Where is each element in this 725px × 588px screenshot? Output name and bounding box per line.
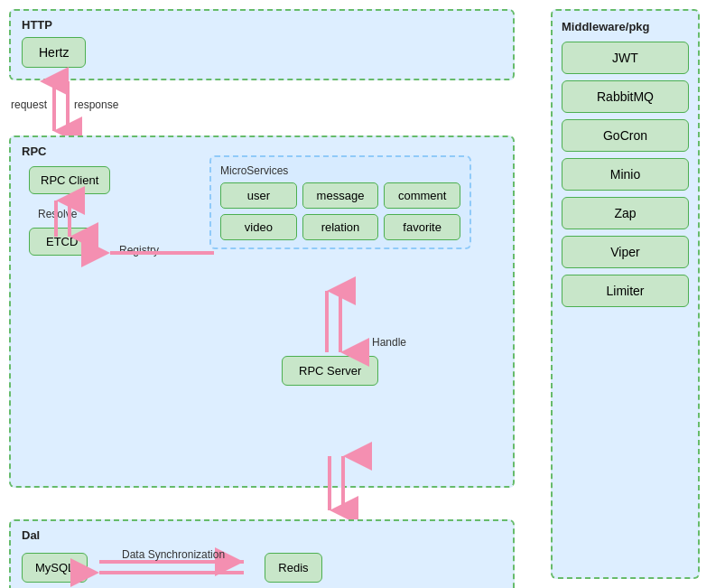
http-section: HTTP Hertz xyxy=(9,9,515,80)
dal-section: Dal MySQL xyxy=(9,519,515,588)
redis-box: Redis xyxy=(265,553,321,583)
middleware-gocron: GoCron xyxy=(562,119,689,152)
rpc-arrows xyxy=(11,137,516,490)
rpc-section: RPC RPC Client Resolve ETCD Registry Mic… xyxy=(9,135,515,488)
middleware-jwt: JWT xyxy=(562,42,689,74)
middleware-viper: Viper xyxy=(562,236,689,268)
mysql-box: MySQL xyxy=(22,553,88,583)
svg-text:request: request xyxy=(11,98,48,111)
request-response-arrows: request response xyxy=(9,77,190,135)
middleware-limiter: Limiter xyxy=(562,275,689,307)
svg-text:Data Synchronization: Data Synchronization xyxy=(122,548,225,561)
middleware-rabbitmq: RabbitMQ xyxy=(562,80,689,113)
http-label: HTTP xyxy=(22,18,502,32)
rpc-dal-arrows xyxy=(307,452,379,519)
middleware-label: Middleware/pkg xyxy=(562,20,689,33)
middleware-section: Middleware/pkg JWT RabbitMQ GoCron Minio… xyxy=(551,9,700,579)
dal-label: Dal xyxy=(22,528,502,542)
svg-text:response: response xyxy=(74,98,119,111)
middleware-zap: Zap xyxy=(562,197,689,229)
middleware-minio: Minio xyxy=(562,158,689,191)
data-sync-arrows: Data Synchronization xyxy=(95,549,257,585)
hertz-box: Hertz xyxy=(22,37,86,68)
